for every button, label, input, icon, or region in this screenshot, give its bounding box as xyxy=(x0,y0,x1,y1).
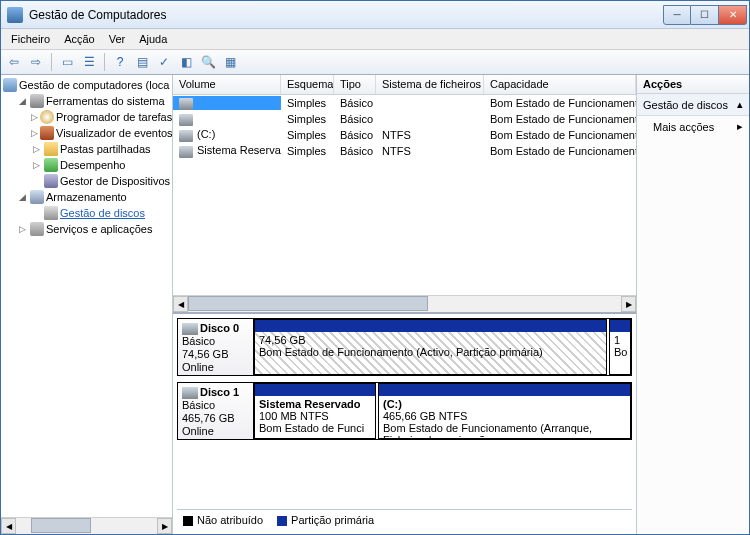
clock-icon xyxy=(40,110,54,124)
legend: Não atribuído Partição primária xyxy=(177,509,632,530)
tree-performance[interactable]: ▷Desempenho xyxy=(31,158,170,172)
app-icon xyxy=(7,7,23,23)
volume-row[interactable]: (C:)SimplesBásicoNTFSBom Estado de Funci… xyxy=(173,127,636,143)
legend-primary-swatch xyxy=(277,516,287,526)
volume-icon xyxy=(179,114,193,126)
partition[interactable]: (C:)465,66 GB NTFSBom Estado de Funciona… xyxy=(378,383,631,439)
list-hscrollbar[interactable]: ◀▶ xyxy=(173,295,636,312)
device-icon xyxy=(44,174,58,188)
volume-row[interactable]: Sistema ReservadoSimplesBásicoNTFSBom Es… xyxy=(173,143,636,159)
volume-icon xyxy=(179,98,193,110)
expand-icon[interactable]: ▷ xyxy=(31,160,42,171)
actions-header: Acções xyxy=(637,75,749,94)
collapse-icon[interactable]: ◢ xyxy=(17,192,28,203)
tree-hscrollbar[interactable]: ◀▶ xyxy=(1,517,172,534)
actions-pane: Acções Gestão de discos▴ Mais acções▸ xyxy=(636,75,749,534)
submenu-icon: ▸ xyxy=(737,120,743,133)
event-icon xyxy=(40,126,54,140)
toolbar: ⇦ ⇨ ▭ ☰ ? ▤ ✓ ◧ 🔍 ▦ xyxy=(1,49,749,75)
col-sistema-ficheiros[interactable]: Sistema de ficheiros xyxy=(376,75,484,94)
refresh-icon[interactable]: ▤ xyxy=(133,53,151,71)
disk-icon xyxy=(182,387,198,399)
disk-graphical-view: Disco 0Básico74,56 GBOnline74,56 GBBom E… xyxy=(173,312,636,534)
properties-icon[interactable]: ☰ xyxy=(80,53,98,71)
expand-icon[interactable]: ▷ xyxy=(31,144,42,155)
collapse-icon[interactable]: ◢ xyxy=(17,96,28,107)
minimize-button[interactable]: ─ xyxy=(663,5,691,25)
storage-icon xyxy=(30,190,44,204)
legend-unallocated-swatch xyxy=(183,516,193,526)
help-icon[interactable]: ? xyxy=(111,53,129,71)
volume-list: SimplesBásicoBom Estado de Funcionamento… xyxy=(173,95,636,295)
menu-accao[interactable]: Acção xyxy=(58,31,101,47)
tree-system-tools[interactable]: ◢Ferramentas do sistema xyxy=(17,94,170,108)
tree-storage[interactable]: ◢Armazenamento xyxy=(17,190,170,204)
window-title: Gestão de Computadores xyxy=(29,8,663,22)
disk-row: Disco 1Básico465,76 GBOnlineSistema Rese… xyxy=(177,382,632,440)
up-icon[interactable]: ▭ xyxy=(58,53,76,71)
computer-icon xyxy=(3,78,17,92)
menu-ficheiro[interactable]: Ficheiro xyxy=(5,31,56,47)
nav-tree: Gestão de computadores (loca ◢Ferramenta… xyxy=(1,75,173,534)
forward-icon[interactable]: ⇨ xyxy=(27,53,45,71)
maximize-button[interactable]: ☐ xyxy=(691,5,719,25)
col-esquema[interactable]: Esquema xyxy=(281,75,334,94)
col-tipo[interactable]: Tipo xyxy=(334,75,376,94)
expand-icon[interactable]: ▷ xyxy=(17,224,28,235)
back-icon[interactable]: ⇦ xyxy=(5,53,23,71)
search-icon[interactable]: 🔍 xyxy=(199,53,217,71)
collapse-icon: ▴ xyxy=(737,98,743,111)
col-capacidade[interactable]: Capacidade xyxy=(484,75,636,94)
tree-root[interactable]: Gestão de computadores (loca xyxy=(3,78,170,92)
disk-icon xyxy=(44,206,58,220)
expand-icon[interactable]: ▷ xyxy=(31,128,38,139)
services-icon xyxy=(30,222,44,236)
titlebar: Gestão de Computadores ─ ☐ ✕ xyxy=(1,1,749,29)
col-volume[interactable]: Volume xyxy=(173,75,281,94)
partition[interactable]: 1Bo xyxy=(609,319,631,375)
menu-ver[interactable]: Ver xyxy=(103,31,132,47)
tree-services[interactable]: ▷Serviços e aplicações xyxy=(17,222,170,236)
volume-list-header: Volume Esquema Tipo Sistema de ficheiros… xyxy=(173,75,636,95)
menu-ajuda[interactable]: Ajuda xyxy=(133,31,173,47)
tree-task-scheduler[interactable]: ▷Programador de tarefas xyxy=(31,110,170,124)
tree-event-viewer[interactable]: ▷Visualizador de eventos xyxy=(31,126,170,140)
tree-device-manager[interactable]: Gestor de Dispositivos xyxy=(31,174,170,188)
close-button[interactable]: ✕ xyxy=(719,5,747,25)
disk-row: Disco 0Básico74,56 GBOnline74,56 GBBom E… xyxy=(177,318,632,376)
tree-shared-folders[interactable]: ▷Pastas partilhadas xyxy=(31,142,170,156)
action-icon[interactable]: ✓ xyxy=(155,53,173,71)
partition[interactable]: Sistema Reservado100 MB NTFSBom Estado d… xyxy=(254,383,376,439)
actions-more[interactable]: Mais acções▸ xyxy=(637,116,749,137)
list-icon[interactable]: ▦ xyxy=(221,53,239,71)
performance-icon xyxy=(44,158,58,172)
menubar: Ficheiro Acção Ver Ajuda xyxy=(1,29,749,49)
disk-info[interactable]: Disco 1Básico465,76 GBOnline xyxy=(178,383,254,439)
expand-icon[interactable]: ▷ xyxy=(31,112,38,123)
volume-icon xyxy=(179,146,193,158)
volume-icon xyxy=(179,130,193,142)
view-icon[interactable]: ◧ xyxy=(177,53,195,71)
actions-section[interactable]: Gestão de discos▴ xyxy=(637,94,749,116)
volume-row[interactable]: SimplesBásicoBom Estado de Funcionamento… xyxy=(173,111,636,127)
disk-info[interactable]: Disco 0Básico74,56 GBOnline xyxy=(178,319,254,375)
folder-icon xyxy=(44,142,58,156)
wrench-icon xyxy=(30,94,44,108)
volume-row[interactable]: SimplesBásicoBom Estado de Funcionamento… xyxy=(173,95,636,111)
partition[interactable]: 74,56 GBBom Estado de Funcionamento (Act… xyxy=(254,319,607,375)
disk-icon xyxy=(182,323,198,335)
tree-disk-management[interactable]: Gestão de discos xyxy=(31,206,170,220)
